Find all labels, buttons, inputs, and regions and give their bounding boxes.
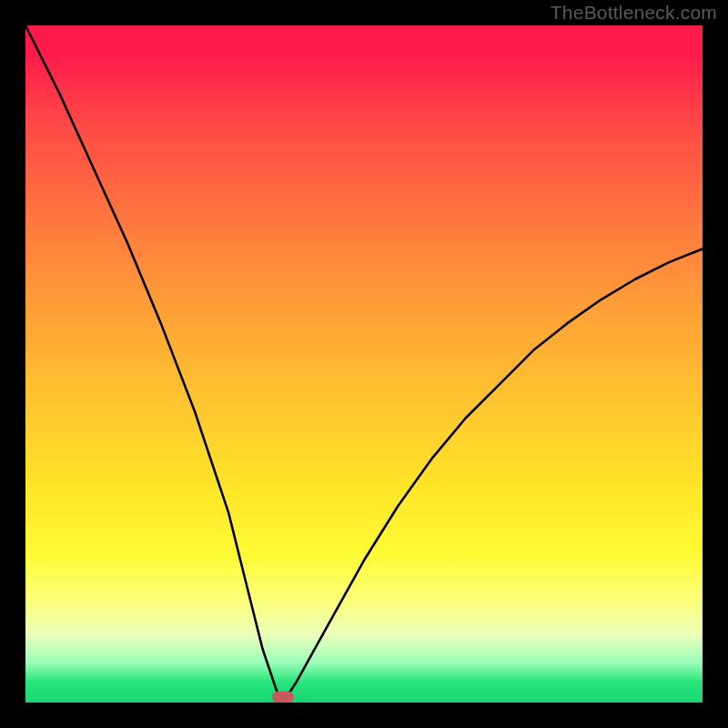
chart-frame: TheBottleneck.com bbox=[0, 0, 728, 728]
plot-area bbox=[25, 25, 703, 703]
optimal-point-marker bbox=[272, 692, 294, 703]
watermark-text: TheBottleneck.com bbox=[551, 2, 717, 24]
bottleneck-curve bbox=[25, 25, 703, 703]
